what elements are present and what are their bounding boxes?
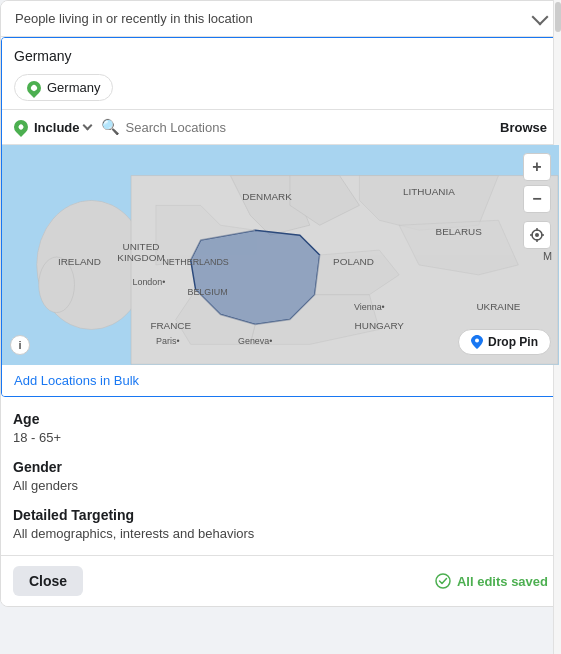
svg-text:HUNGARY: HUNGARY [355,320,405,331]
age-title: Age [13,411,548,427]
drop-pin-label: Drop Pin [488,335,538,349]
people-dropdown-label: People living in or recently in this loc… [15,11,253,26]
svg-text:Vienna•: Vienna• [354,302,385,312]
drop-pin-icon [471,335,483,349]
footer: Close All edits saved [1,555,560,606]
include-label: Include [34,120,80,135]
svg-text:KINGDOM: KINGDOM [117,252,164,263]
svg-point-22 [535,233,539,237]
svg-text:Geneva•: Geneva• [238,336,272,346]
include-button[interactable]: Include [34,120,91,135]
svg-point-27 [475,339,479,343]
svg-text:Paris•: Paris• [156,336,179,346]
location-tag-wrapper: Germany [2,70,559,109]
check-circle-icon [435,573,451,589]
map-container: IRELAND UNITED KINGDOM London• DENMARK L… [2,145,559,365]
detailed-targeting-section: Detailed Targeting All demographics, int… [13,507,548,541]
svg-text:BELARUS: BELARUS [436,226,483,237]
saved-label: All edits saved [457,574,548,589]
svg-text:UKRAINE: UKRAINE [476,301,520,312]
browse-button[interactable]: Browse [500,120,547,135]
germany-tag-label: Germany [47,80,100,95]
saved-status: All edits saved [435,573,548,589]
location-header-text: Germany [14,48,72,64]
svg-text:M: M [543,250,552,262]
map-zoom-in-button[interactable]: + [523,153,551,181]
svg-text:LITHUANIA: LITHUANIA [403,186,455,197]
map-controls: + − [523,153,551,249]
search-input[interactable] [126,120,495,135]
svg-point-28 [436,574,450,588]
pin-icon [24,78,44,98]
gender-title: Gender [13,459,548,475]
svg-text:POLAND: POLAND [333,256,374,267]
content-area: Age 18 - 65+ Gender All genders Detailed… [1,397,560,541]
close-button[interactable]: Close [13,566,83,596]
svg-text:London•: London• [132,277,165,287]
svg-text:DENMARK: DENMARK [242,191,292,202]
germany-tag[interactable]: Germany [14,74,113,101]
search-icon: 🔍 [101,118,120,136]
age-section: Age 18 - 65+ [13,411,548,445]
include-search-bar: Include 🔍 Browse [2,109,559,145]
svg-text:BELGIUM: BELGIUM [187,287,227,297]
drop-pin-button[interactable]: Drop Pin [458,329,551,355]
detailed-targeting-value: All demographics, interests and behavior… [13,526,548,541]
gender-value: All genders [13,478,548,493]
include-chevron-icon [82,121,92,131]
location-section: Germany Germany Include [1,37,560,397]
add-bulk-link[interactable]: Add Locations in Bulk [2,365,559,396]
people-dropdown[interactable]: People living in or recently in this loc… [1,1,560,37]
map-zoom-out-button[interactable]: − [523,185,551,213]
location-header: Germany [2,38,559,70]
include-pin-icon [11,117,31,137]
locate-icon [530,228,544,242]
info-button[interactable]: i [10,335,30,355]
svg-text:UNITED: UNITED [123,241,160,252]
svg-text:NETHERLANDS: NETHERLANDS [162,257,228,267]
main-container: People living in or recently in this loc… [0,0,561,607]
age-value: 18 - 65+ [13,430,548,445]
svg-text:IRELAND: IRELAND [58,256,101,267]
gender-section: Gender All genders [13,459,548,493]
map-locate-button[interactable] [523,221,551,249]
chevron-down-icon [532,8,549,25]
info-icon: i [18,339,21,351]
svg-text:FRANCE: FRANCE [150,320,191,331]
detailed-targeting-title: Detailed Targeting [13,507,548,523]
